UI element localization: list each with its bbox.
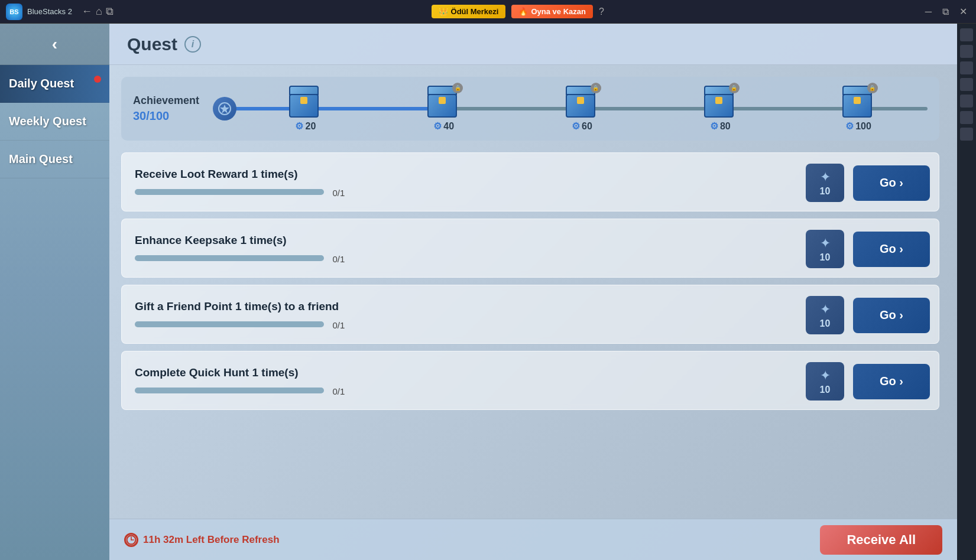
play-earn-label: Oyna ve Kazan [531,7,586,16]
crown-icon: 👑 [439,7,448,16]
rt-icon-4[interactable] [960,78,973,91]
quest-item-info-0: Receive Loot Reward 1 time(s) 0/1 [135,168,797,197]
milestone-60[interactable]: 🔒 ⚙ 60 [566,86,598,132]
lock-icon-60: 🔒 [591,83,601,93]
restore-btn[interactable]: ⧉ [939,5,952,18]
rt-icon-3[interactable] [960,61,973,74]
achievement-section: Achievement 30/100 [121,77,939,141]
titlebar: BS BlueStacks 2 ← ⌂ ⧉ 👑 Ödül Merkezi 🔥 O… [0,0,976,24]
quest-progress-bar-row-2: 0/1 [135,319,797,330]
refresh-text: 11h 32m Left Before Refresh [143,534,280,546]
milestone-20[interactable]: ⚙ 20 [289,86,322,132]
notification-dot [94,76,101,83]
quest-item-title-3: Complete Quick Hunt 1 time(s) [135,366,797,379]
back-arrow-icon: ‹ [52,35,57,54]
milestone-items: ⚙ 20 🔒 [236,86,928,132]
content-footer: 11h 32m Left Before Refresh Receive All [109,519,957,560]
go-button-2[interactable]: Go › [853,298,930,333]
fire-icon: 🔥 [518,7,528,16]
achievement-label: Achievement [133,95,204,107]
chest-20 [289,86,322,118]
refresh-info: 11h 32m Left Before Refresh [124,533,280,547]
achievement-track: ⚙ 20 🔒 [213,86,928,132]
go-button-0[interactable]: Go › [853,165,930,201]
quest-reward-2: ✦ 10 [806,296,844,334]
quest-item-title-0: Receive Loot Reward 1 time(s) [135,168,797,181]
quest-item-3: Complete Quick Hunt 1 time(s) 0/1 ✦ 10 G… [121,351,939,410]
rt-icon-7[interactable] [960,128,973,141]
rt-icon-2[interactable] [960,45,973,58]
quest-reward-3: ✦ 10 [806,362,844,401]
nav-back-btn[interactable]: ← [82,5,92,18]
weekly-quest-label: Weekly Quest [9,115,86,128]
sidebar-item-daily-quest[interactable]: Daily Quest [0,65,109,103]
reward-num-3: 10 [820,385,831,395]
back-button[interactable]: ‹ [0,24,109,65]
lock-icon-100: 🔒 [867,83,878,93]
quest-item-info-3: Complete Quick Hunt 1 time(s) 0/1 [135,366,797,396]
milestone-num-60: ⚙ 60 [572,121,592,132]
chest-100: 🔒 [842,86,875,118]
chest-box-20 [289,94,319,118]
bluestacks-logo: BS [6,4,22,20]
quest-reward-1: ✦ 10 [806,230,844,268]
achievement-start-icon [213,97,236,121]
reward-star-icon-0: ✦ [820,170,831,185]
progress-text-3: 0/1 [332,386,345,396]
reward-center-label: Ödül Merkezi [451,7,499,16]
main-quest-label: Main Quest [9,152,73,165]
help-icon[interactable]: ? [599,6,604,17]
milestone-num-20: ⚙ 20 [295,121,316,132]
lock-icon-80: 🔒 [729,83,740,93]
rt-icon-6[interactable] [960,111,973,124]
nav-home-btn[interactable]: ⌂ [96,5,102,18]
receive-all-button[interactable]: Receive All [820,525,942,555]
progress-bar-bg-1 [135,255,324,261]
progress-text-0: 0/1 [332,188,345,198]
minimize-btn[interactable]: ─ [922,5,935,18]
app-area: ‹ Daily Quest Weekly Quest Main Quest Qu… [0,24,976,560]
chest-box-80 [704,94,734,118]
milestone-100[interactable]: 🔒 ⚙ 100 [842,86,875,132]
milestone-num-100: ⚙ 100 [845,121,871,132]
chest-60: 🔒 [566,86,598,118]
app-name: BlueStacks 2 [27,7,72,16]
info-button[interactable]: i [184,36,201,53]
progress-text-1: 0/1 [332,254,345,264]
sidebar-item-main-quest[interactable]: Main Quest [0,141,109,178]
go-button-1[interactable]: Go › [853,232,930,267]
rt-icon-1[interactable] [960,28,973,41]
quest-item-info-1: Enhance Keepsake 1 time(s) 0/1 [135,234,797,263]
lock-icon-40: 🔒 [452,83,463,93]
nav-multi-btn[interactable]: ⧉ [106,5,114,18]
sidebar: ‹ Daily Quest Weekly Quest Main Quest [0,24,109,560]
reward-num-0: 10 [820,186,831,197]
reward-num-2: 10 [820,318,831,329]
close-btn[interactable]: ✕ [956,5,970,18]
milestone-num-40: ⚙ 40 [433,121,454,132]
reward-star-icon-1: ✦ [820,236,831,251]
achievement-progress: 30/100 [133,109,204,123]
titlebar-nav[interactable]: ← ⌂ ⧉ [82,5,114,18]
progress-bar-bg-3 [135,388,324,393]
titlebar-right: ─ ⧉ ✕ [922,5,970,18]
quest-item-1: Enhance Keepsake 1 time(s) 0/1 ✦ 10 Go › [121,219,939,278]
milestone-80[interactable]: 🔒 ⚙ 80 [704,86,737,132]
clock-icon [124,533,138,547]
milestone-40[interactable]: 🔒 ⚙ 40 [427,86,460,132]
play-earn-btn[interactable]: 🔥 Oyna ve Kazan [511,5,593,18]
titlebar-left: BS BlueStacks 2 ← ⌂ ⧉ [6,4,114,20]
scroll-area: Achievement 30/100 [109,65,957,519]
rt-icon-5[interactable] [960,95,973,108]
progress-text-2: 0/1 [332,320,345,330]
daily-quest-label: Daily Quest [9,77,74,90]
chest-80: 🔒 [704,86,737,118]
reward-center-btn[interactable]: 👑 Ödül Merkezi [432,5,506,18]
go-button-3[interactable]: Go › [853,364,930,399]
progress-bar-bg-2 [135,321,324,327]
quest-item-0: Receive Loot Reward 1 time(s) 0/1 ✦ 10 G… [121,152,939,211]
svg-marker-1 [220,105,229,113]
chest-box-100 [842,94,872,118]
sidebar-item-weekly-quest[interactable]: Weekly Quest [0,103,109,141]
main-content: Quest i Achievement 30/100 [109,24,957,560]
